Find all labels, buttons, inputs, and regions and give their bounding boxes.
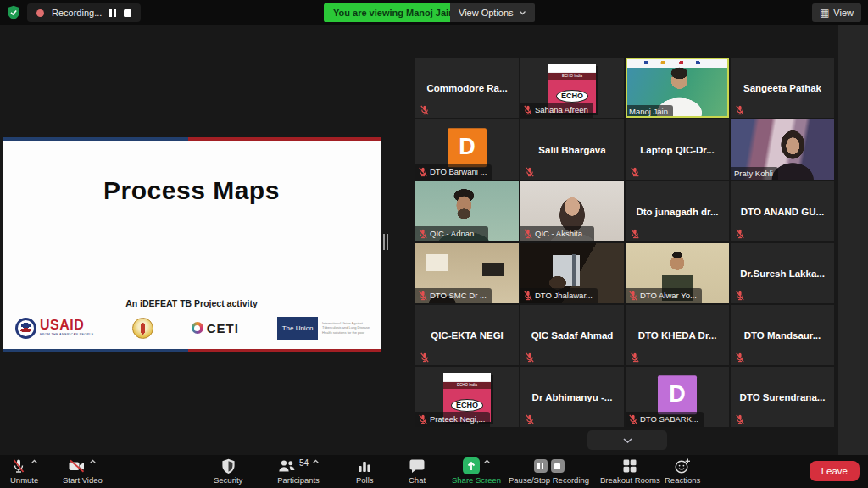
muted-mic-icon (526, 414, 534, 424)
pause-stop-recording-label: Pause/Stop Recording (509, 475, 589, 485)
participant-tile[interactable]: ECHO India ECHO Sahana Afreen (520, 58, 624, 118)
muted-mic-icon (631, 167, 639, 177)
pause-stop-recording-button[interactable]: Pause/Stop Recording (509, 458, 589, 485)
participant-tile[interactable]: DTO Alwar Yo... (626, 243, 729, 303)
share-screen-button[interactable]: Share Screen (452, 458, 501, 485)
muted-mic-icon (524, 291, 532, 301)
participant-name-text: Sahana Afreen (535, 106, 588, 114)
participant-name-badge (626, 350, 644, 365)
pause-recording-icon[interactable] (534, 459, 548, 473)
participant-avatar: D (448, 128, 487, 167)
participant-name-text: Prateek Negi,... (430, 415, 485, 424)
usaid-seal-icon (15, 318, 36, 339)
participant-avatar: D (658, 375, 697, 414)
slide-bottom-accent (3, 349, 381, 352)
participant-tile[interactable]: QIC-EKTA NEGI (415, 305, 519, 365)
echo-card-header (548, 64, 596, 73)
stop-recording-icon[interactable] (124, 9, 131, 17)
participant-tile[interactable]: DTO KHEDA Dr... (626, 305, 729, 365)
view-button-label: View (833, 8, 854, 18)
view-button[interactable]: ▦ View (812, 3, 861, 22)
video-muted-icon (68, 458, 86, 474)
participants-count-badge: 54 (299, 458, 309, 468)
participant-tile[interactable]: D DTO SABARK... (626, 367, 729, 427)
participant-name-badge: Manoj Jain (626, 105, 673, 119)
start-video-button[interactable]: Start Video (63, 458, 103, 485)
bottom-toolbar: Unmute Start Video Security (0, 455, 868, 488)
participant-name-badge: Sahana Afreen (520, 103, 593, 118)
participant-name-badge (415, 103, 434, 118)
participant-name-badge: Prateek Negi,... (415, 412, 490, 427)
encryption-shield-icon[interactable] (7, 5, 20, 20)
chat-icon (409, 458, 426, 474)
slide-logo-row: USAID FROM THE AMERICAN PEOPLE CETI The … (15, 312, 370, 344)
pane-resize-handle[interactable] (383, 234, 388, 250)
participant-tile[interactable]: Sangeeta Pathak (731, 58, 834, 118)
breakout-rooms-button[interactable]: Breakout Rooms (600, 458, 660, 485)
participant-tile[interactable]: DTO SMC Dr ... (415, 243, 519, 303)
chevron-up-icon[interactable] (483, 459, 491, 464)
participant-tile[interactable]: Dr Abhimanyu -... (520, 367, 624, 427)
start-video-label: Start Video (63, 475, 103, 485)
participants-icon (277, 458, 296, 474)
participant-name-badge: DTO Alwar Yo... (626, 288, 702, 303)
participant-tile[interactable]: DTO Mandsaur... (731, 305, 834, 365)
stop-recording-icon[interactable] (551, 459, 565, 473)
participant-tile[interactable]: QIC - Akshita... (520, 181, 624, 241)
leave-button[interactable]: Leave (810, 461, 860, 481)
polls-button[interactable]: Polls (356, 458, 374, 485)
recording-dot-icon (36, 9, 44, 17)
participant-tile[interactable]: Dr.Suresh Lakka... (731, 243, 834, 303)
participant-name-badge: QIC - Akshita... (520, 226, 594, 241)
echo-oval-label: ECHO (451, 399, 483, 412)
shared-screen-slide: Process Maps An iDEFEAT TB Project activ… (3, 137, 381, 352)
participant-tile[interactable]: Salil Bhargava (520, 119, 624, 180)
participant-name-badge (731, 226, 749, 241)
muted-mic-icon (419, 414, 427, 424)
reactions-button[interactable]: Reactions (665, 458, 700, 485)
slide-subtitle: An iDEFEAT TB Project activity (3, 298, 381, 308)
pause-recording-icon[interactable] (109, 9, 116, 17)
participant-name-text: Praty Kohli (734, 169, 773, 178)
gold-emblem-icon (132, 318, 153, 339)
chat-button[interactable]: Chat (409, 458, 426, 485)
usaid-tagline: FROM THE AMERICAN PEOPLE (40, 334, 93, 337)
participant-name-badge: DTO SMC Dr ... (415, 288, 492, 303)
chevron-up-icon[interactable] (312, 459, 320, 464)
participant-tile[interactable]: QIC Sadaf Ahmad (520, 305, 624, 365)
participant-name-text: QIC - Adnan ... (430, 230, 483, 238)
mic-muted-icon (10, 458, 27, 474)
usaid-wordmark: USAID (40, 319, 93, 332)
muted-mic-icon (526, 352, 534, 363)
unmute-button[interactable]: Unmute (10, 458, 38, 485)
participant-tile[interactable]: Laptop QIC-Dr... (626, 119, 729, 180)
participant-tile[interactable]: Manoj Jain (626, 58, 729, 118)
participant-name-badge: DTO Jhalawar... (520, 288, 598, 303)
echo-card-header (443, 373, 491, 382)
muted-mic-icon (736, 105, 744, 115)
gallery-scroll-down-button[interactable] (587, 430, 667, 450)
participants-button[interactable]: 54 Participants (277, 458, 320, 485)
shield-icon (221, 458, 236, 474)
participant-tile[interactable]: DTO Surendrana... (731, 367, 834, 427)
participant-tile[interactable]: ECHO India ECHO Prateek Negi,... (415, 367, 519, 427)
participant-tile[interactable]: DTO ANAND GU... (731, 181, 834, 241)
view-options-dropdown[interactable]: View Options (450, 3, 535, 22)
zoom-meeting-window: Recording... You are viewing Manoj Jain'… (0, 0, 868, 488)
recording-indicator: Recording... (27, 3, 141, 22)
security-button[interactable]: Security (214, 458, 242, 485)
participant-tile[interactable]: DTO Jhalawar... (520, 243, 624, 303)
breakout-rooms-label: Breakout Rooms (600, 475, 660, 485)
participant-tile[interactable]: QIC - Adnan ... (415, 181, 519, 241)
muted-mic-icon (420, 352, 429, 363)
ceti-wordmark: CETI (207, 321, 239, 336)
top-bar: Recording... You are viewing Manoj Jain'… (0, 0, 868, 25)
chevron-up-icon[interactable] (89, 459, 97, 464)
participant-tile[interactable]: Commodore Ra... (415, 58, 519, 118)
participant-tile[interactable]: D DTO Barwani ... (415, 119, 519, 180)
chevron-up-icon[interactable] (31, 459, 38, 464)
muted-mic-icon (631, 229, 639, 239)
participant-tile[interactable]: Praty Kohli (731, 119, 834, 180)
participant-tile[interactable]: Dto junagadh dr... (626, 181, 729, 241)
slide-title: Process Maps (3, 176, 381, 205)
